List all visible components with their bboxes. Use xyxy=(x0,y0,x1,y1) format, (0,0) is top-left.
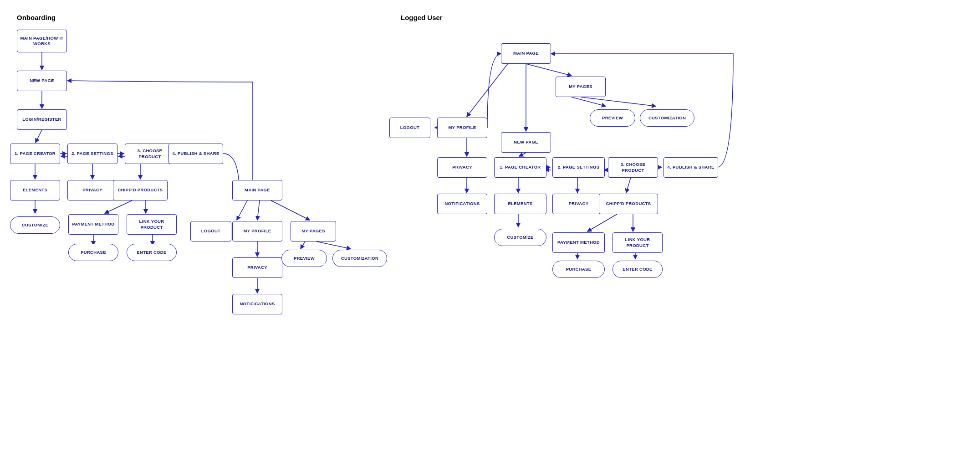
svg-line-17 xyxy=(271,200,310,220)
svg-line-24 xyxy=(572,97,606,106)
on-privacy1-node: PRIVACY xyxy=(67,180,117,200)
lg-privacy3-node: PRIVACY xyxy=(552,194,605,214)
lg-customization-node: CUSTOMIZATION xyxy=(640,109,694,127)
on-main-page-node: MAIN PAGE/HOW IT WORKS xyxy=(17,30,67,52)
mid-main-page-node: MAIN PAGE xyxy=(232,180,282,200)
logged-user-title: Logged User xyxy=(401,14,443,21)
lg-elements-node: ELEMENTS xyxy=(494,194,546,214)
mid-my-pages-node: MY PAGES xyxy=(291,221,336,241)
svg-line-23 xyxy=(526,64,572,76)
svg-line-2 xyxy=(36,130,42,143)
svg-line-12 xyxy=(105,200,132,213)
mid-preview-node: PREVIEW xyxy=(281,250,327,267)
lg-publish-share-node: 4. PUBLISH & SHARE xyxy=(664,157,718,178)
svg-line-21 xyxy=(301,241,305,249)
lg-link-product-node: LINK YOUR PRODUCT xyxy=(612,232,663,253)
on-enter-code-node: ENTER CODE xyxy=(127,244,177,261)
on-page-creator-node: 1. PAGE CREATOR xyxy=(10,144,60,164)
mid-privacy-node: PRIVACY xyxy=(232,257,282,278)
lg-my-profile-node: MY PROFILE xyxy=(437,118,487,138)
on-elements-node: ELEMENTS xyxy=(10,180,60,200)
on-publish-share-node: 4. PUBLISH & SHARE xyxy=(168,144,223,164)
svg-line-22 xyxy=(316,241,351,249)
on-new-page-node: NEW PAGE xyxy=(17,71,67,91)
lg-enter-code-node: ENTER CODE xyxy=(612,261,663,278)
on-payment-method-node: PAYMENT METHOD xyxy=(68,214,118,235)
onboarding-title: Onboarding xyxy=(17,14,56,21)
lg-my-pages-node: MY PAGES xyxy=(556,77,606,97)
svg-line-40 xyxy=(626,178,631,193)
mid-my-profile-node: MY PROFILE xyxy=(232,221,282,241)
on-login-node: LOGIN/REGISTER xyxy=(17,109,67,130)
svg-line-41 xyxy=(587,214,617,231)
svg-line-26 xyxy=(467,64,508,117)
lg-chippd-products-node: CHIPP'D PRODUCTS xyxy=(599,194,658,214)
lg-choose-product-node: 3. CHOOSE PRODUCT xyxy=(608,157,658,178)
mid-logout-node: LOGOUT xyxy=(190,221,231,241)
on-choose-product-node: 3. CHOOSE PRODUCT xyxy=(125,144,175,164)
on-purchase-node: PURCHASE xyxy=(68,244,118,261)
on-link-product-node: LINK YOUR PRODUCT xyxy=(127,214,177,235)
lg-payment-method-node: PAYMENT METHOD xyxy=(552,232,605,253)
lg-page-creator-node: 1. PAGE CREATOR xyxy=(494,157,546,178)
on-chippd-products-node: CHIPP'D PRODUCTS xyxy=(113,180,168,200)
lg-notifications-node: NOTIFICATIONS xyxy=(437,194,487,214)
on-page-settings-node: 2. PAGE SETTINGS xyxy=(67,144,117,164)
lg-preview-node: PREVIEW xyxy=(590,109,635,127)
svg-line-16 xyxy=(257,200,260,220)
svg-line-31 xyxy=(519,153,526,156)
svg-line-25 xyxy=(581,97,656,106)
lg-privacy2-node: PRIVACY xyxy=(437,157,487,178)
canvas: Onboarding Logged User xyxy=(0,0,980,452)
lg-logout-node: LOGOUT xyxy=(389,118,430,138)
lg-purchase-node: PURCHASE xyxy=(552,261,605,278)
mid-customization-node: CUSTOMIZATION xyxy=(332,250,387,267)
on-customize-node: CUSTOMIZE xyxy=(10,216,60,234)
lg-main-page-node: MAIN PAGE xyxy=(501,43,551,64)
lg-customize-node: CUSTOMIZE xyxy=(494,229,546,246)
lg-new-page-node: NEW PAGE xyxy=(501,132,551,153)
lg-page-settings-node: 2. PAGE SETTINGS xyxy=(552,157,605,178)
mid-notifications-node: NOTIFICATIONS xyxy=(232,294,282,314)
